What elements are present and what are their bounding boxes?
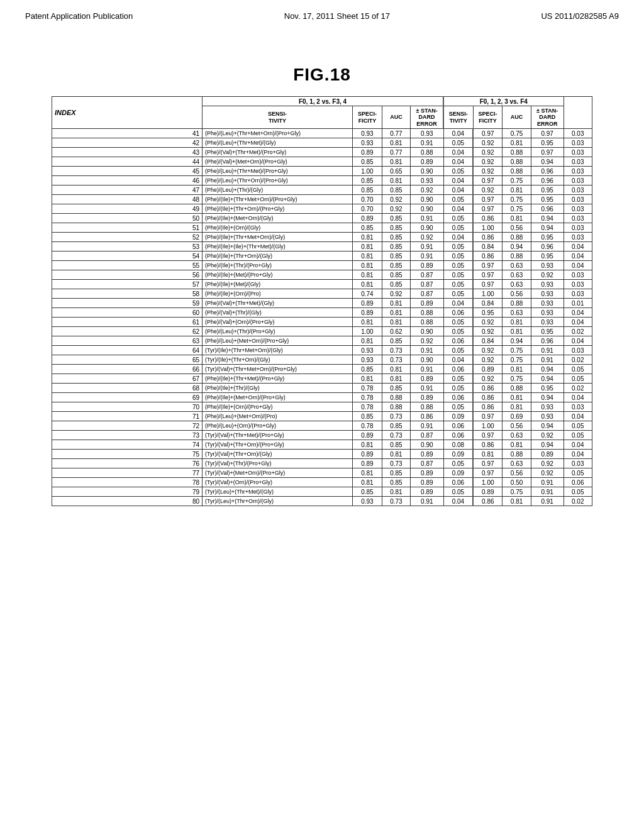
data-cell: 0.97: [473, 431, 502, 440]
data-cell: 0.05: [443, 346, 473, 355]
data-cell: 0.88: [411, 318, 443, 327]
data-cell: 0.03: [564, 176, 592, 185]
data-cell: 0.91: [531, 478, 564, 487]
row-index: (Tyr)/(Val)+(Thr+Met+Orn)/(Pro+Gly): [203, 365, 353, 374]
row-number: 66: [52, 365, 203, 374]
data-cell: 0.81: [382, 299, 410, 308]
row-number: 45: [52, 167, 203, 176]
table-row: 70(Phe)/(Ile)+(Orn)/(Pro+Gly)0.780.880.8…: [52, 402, 592, 412]
data-cell: 0.95: [531, 185, 564, 195]
data-cell: 0.73: [382, 346, 410, 355]
data-cell: 0.75: [502, 355, 531, 365]
data-cell: 0.92: [382, 289, 410, 299]
data-cell: 0.04: [564, 252, 592, 261]
table-row: 62(Phe)/(Leu)+(Thr)/(Pro+Gly)1.000.620.9…: [52, 327, 592, 336]
data-cell: 0.09: [443, 412, 473, 421]
data-cell: 0.81: [382, 176, 410, 185]
data-cell: 0.92: [473, 355, 502, 365]
data-cell: 0.04: [443, 176, 473, 185]
table-row: 74(Tyr)/(Val)+(Thr+Orn)/(Pro+Gly)0.810.8…: [52, 440, 592, 450]
data-cell: 0.89: [411, 393, 443, 402]
data-cell: 0.88: [411, 402, 443, 412]
row-index: (Phe)/(Ile)+(Thr+Met)/(Pro+Gly): [203, 374, 353, 384]
row-index: (Tyr)/(Val)+(Orn)/(Pro+Gly): [203, 478, 353, 487]
row-number: 58: [52, 289, 203, 299]
data-cell: 0.63: [502, 270, 531, 280]
data-cell: 0.05: [443, 459, 473, 468]
data-cell: 1.00: [473, 421, 502, 431]
data-cell: 0.03: [564, 280, 592, 289]
data-cell: 0.85: [353, 185, 382, 195]
data-cell: 0.93: [531, 318, 564, 327]
data-cell: 0.87: [411, 270, 443, 280]
fig-title: FIG.18: [0, 65, 644, 85]
row-number: 51: [52, 223, 203, 233]
data-cell: 0.94: [531, 223, 564, 233]
data-cell: 0.96: [531, 167, 564, 176]
data-cell: 0.06: [443, 393, 473, 402]
data-cell: 0.89: [531, 450, 564, 459]
data-cell: 0.50: [502, 478, 531, 487]
data-cell: 0.70: [353, 195, 382, 204]
data-cell: 0.02: [564, 355, 592, 365]
row-index: (Phe)/(Ile)+(Orn)/(Pro): [203, 289, 353, 299]
row-number: 75: [52, 450, 203, 459]
data-cell: 0.04: [443, 157, 473, 167]
data-cell: 0.93: [531, 289, 564, 299]
row-number: 61: [52, 318, 203, 327]
data-cell: 0.03: [564, 157, 592, 167]
table-row: 46(Phe)/(Leu)+(Thr+Orn)/(Pro+Gly)0.850.8…: [52, 176, 592, 185]
row-index: (Phe)/(Val)+(Thr+Met)/(Gly): [203, 299, 353, 308]
data-cell: 0.05: [564, 365, 592, 374]
data-cell: 0.89: [473, 487, 502, 497]
data-cell: 0.75: [502, 195, 531, 204]
table-row: 54(Phe)/(Ile)+(Thr+Orn)/(Gly)0.810.850.9…: [52, 252, 592, 261]
sh-sensi-1: SENSI-TIVITY: [203, 106, 353, 129]
row-index: (Tyr)/(Leu)+(Thr+Met)/(Gly): [203, 487, 353, 497]
sh-err-2: ± STAN-DARDERROR: [531, 106, 564, 129]
header-left: Patent Application Publication: [25, 11, 133, 21]
data-cell: 0.94: [531, 157, 564, 167]
data-cell: 0.92: [411, 233, 443, 242]
data-cell: 0.85: [353, 223, 382, 233]
data-cell: 0.04: [443, 497, 473, 506]
table-row: 58(Phe)/(Ile)+(Orn)/(Pro)0.740.920.870.0…: [52, 289, 592, 299]
group2-header: F0, 1, 2, 3 vs. F4: [443, 97, 564, 106]
data-cell: 0.06: [443, 431, 473, 440]
data-cell: 0.86: [473, 440, 502, 450]
row-index: (Phe)/(Ile)+(Thr)/(Pro+Gly): [203, 261, 353, 270]
data-cell: 0.85: [382, 468, 410, 478]
data-cell: 0.88: [502, 233, 531, 242]
data-cell: 0.81: [502, 138, 531, 148]
data-cell: 0.05: [443, 318, 473, 327]
data-cell: 0.94: [531, 421, 564, 431]
data-cell: 0.04: [564, 336, 592, 346]
data-cell: 0.05: [564, 431, 592, 440]
data-cell: 0.97: [473, 195, 502, 204]
data-cell: 0.81: [353, 252, 382, 261]
data-cell: 0.81: [382, 487, 410, 497]
row-number: 52: [52, 233, 203, 242]
data-cell: 0.86: [411, 412, 443, 421]
data-cell: 0.94: [531, 440, 564, 450]
data-cell: 0.85: [382, 280, 410, 289]
data-cell: 0.05: [443, 214, 473, 223]
row-number: 46: [52, 176, 203, 185]
data-cell: 0.03: [564, 204, 592, 214]
row-index: (Phe)/(Leu)+(Orn)/(Pro+Gly): [203, 421, 353, 431]
data-cell: 0.89: [411, 157, 443, 167]
data-cell: 0.93: [353, 497, 382, 506]
data-cell: 0.95: [531, 195, 564, 204]
data-cell: 0.97: [473, 129, 502, 138]
data-cell: 0.89: [411, 478, 443, 487]
data-cell: 0.86: [473, 214, 502, 223]
data-cell: 0.81: [382, 365, 410, 374]
data-cell: 0.56: [502, 223, 531, 233]
data-cell: 0.09: [443, 450, 473, 459]
data-cell: 0.81: [353, 242, 382, 252]
data-cell: 0.78: [353, 402, 382, 412]
row-number: 64: [52, 346, 203, 355]
data-cell: 0.81: [502, 318, 531, 327]
sh-speci-1: SPECI-FICITY: [353, 106, 382, 129]
row-number: 47: [52, 185, 203, 195]
